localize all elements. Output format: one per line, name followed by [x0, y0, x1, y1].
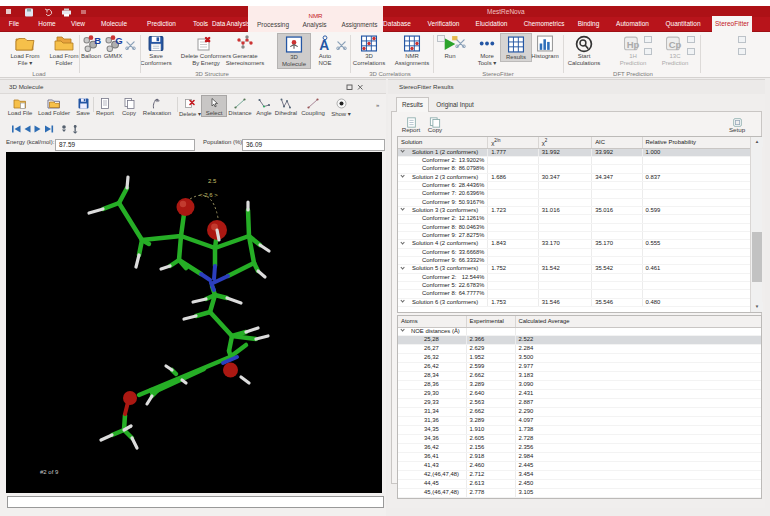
svg-text:< 2.6 >: < 2.6 > [199, 192, 218, 198]
svg-text:Cp: Cp [669, 38, 682, 49]
svg-text:Hp: Hp [627, 38, 640, 49]
svg-text:#2 of 9: #2 of 9 [40, 469, 59, 475]
svg-text:G: G [115, 35, 122, 46]
svg-text:2.5: 2.5 [208, 178, 217, 184]
